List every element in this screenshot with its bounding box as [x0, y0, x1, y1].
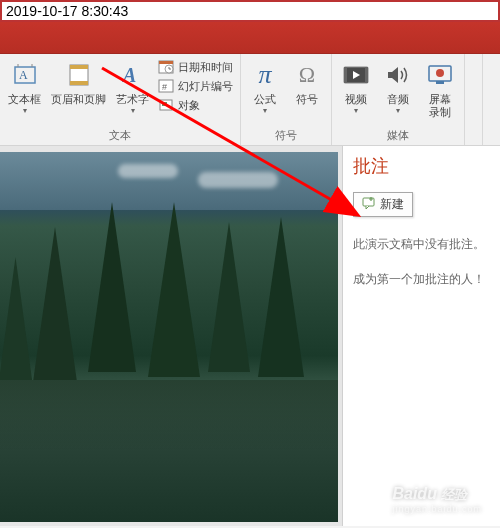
new-comment-button[interactable]: 新建	[353, 192, 413, 217]
object-label: 对象	[178, 98, 200, 113]
content-row: 批注 新建 此演示文稿中没有批注。 成为第一个加批注的人！	[0, 146, 500, 526]
timestamp-bar: 2019-10-17 8:30:43	[0, 0, 500, 22]
ribbon-group-symbols: π 公式 ▾ Ω 符号 符号	[241, 54, 332, 145]
header-footer-label: 页眉和页脚	[51, 93, 106, 106]
ribbon-group-media: 视频 ▾ 音频 ▾ 屏幕 录制 媒体	[332, 54, 465, 145]
svg-rect-15	[344, 67, 347, 83]
wordart-button[interactable]: A 艺术字 ▾	[112, 56, 153, 118]
comments-empty-line2: 成为第一个加批注的人！	[353, 270, 490, 289]
comments-empty-line1: 此演示文稿中没有批注。	[353, 235, 490, 254]
svg-rect-3	[70, 65, 88, 69]
slide-canvas-area[interactable]	[0, 146, 342, 526]
comments-pane-title: 批注	[353, 154, 490, 178]
object-button[interactable]: 对象	[155, 96, 236, 114]
wordart-label: 艺术字	[116, 93, 149, 106]
text-small-stack: 日期和时间 # 幻灯片编号 对象	[155, 56, 236, 114]
svg-text:A: A	[121, 64, 136, 86]
screen-recording-label: 屏幕 录制	[429, 93, 451, 119]
comments-pane: 批注 新建 此演示文稿中没有批注。 成为第一个加批注的人！	[342, 146, 500, 526]
ribbon-group-overflow	[465, 54, 483, 145]
slide-number-label: 幻灯片编号	[178, 79, 233, 94]
symbol-button[interactable]: Ω 符号	[287, 56, 327, 109]
textbox-button[interactable]: A 文本框 ▾	[4, 56, 45, 118]
header-footer-button[interactable]: 页眉和页脚	[47, 56, 110, 109]
svg-rect-19	[436, 81, 444, 84]
new-comment-label: 新建	[380, 196, 404, 213]
wordart-icon: A	[117, 59, 149, 91]
symbol-label: 符号	[296, 93, 318, 106]
watermark-sub: jingyan.baidu.com	[392, 504, 482, 514]
svg-text:#: #	[162, 82, 167, 92]
timestamp-text: 2019-10-17 8:30:43	[6, 3, 128, 19]
dropdown-caret-icon: ▾	[354, 106, 358, 115]
equation-label: 公式	[254, 93, 276, 106]
video-button[interactable]: 视频 ▾	[336, 56, 376, 118]
svg-rect-4	[70, 81, 88, 85]
equation-button[interactable]: π 公式 ▾	[245, 56, 285, 118]
header-footer-icon	[63, 59, 95, 91]
symbol-icon: Ω	[291, 59, 323, 91]
slide-image	[0, 152, 338, 522]
equation-icon: π	[249, 59, 281, 91]
group-label-symbols: 符号	[245, 126, 327, 145]
audio-icon	[382, 59, 414, 91]
textbox-label: 文本框	[8, 93, 41, 106]
dropdown-caret-icon: ▾	[263, 106, 267, 115]
group-label-text: 文本	[4, 126, 236, 145]
svg-rect-16	[365, 67, 368, 83]
audio-label: 音频	[387, 93, 409, 106]
svg-rect-12	[162, 102, 167, 106]
datetime-icon	[158, 59, 174, 75]
dropdown-caret-icon: ▾	[23, 106, 27, 115]
textbox-icon: A	[9, 59, 41, 91]
group-label-media: 媒体	[336, 126, 460, 145]
svg-point-20	[436, 69, 444, 77]
dropdown-caret-icon: ▾	[396, 106, 400, 115]
watermark-brand: Baidu	[392, 485, 436, 502]
ribbon-group-text: A 文本框 ▾ 页眉和页脚 A 艺术字 ▾	[0, 54, 241, 145]
new-comment-icon	[362, 196, 376, 213]
watermark: Baidu 经验 jingyan.baidu.com	[392, 485, 482, 514]
dropdown-caret-icon: ▾	[131, 106, 135, 115]
svg-text:A: A	[19, 68, 28, 82]
svg-rect-7	[159, 61, 173, 64]
ribbon-title-area	[0, 22, 500, 54]
video-icon	[340, 59, 372, 91]
object-icon	[158, 97, 174, 113]
video-label: 视频	[345, 93, 367, 106]
datetime-button[interactable]: 日期和时间	[155, 58, 236, 76]
screen-recording-button[interactable]: 屏幕 录制	[420, 56, 460, 122]
audio-button[interactable]: 音频 ▾	[378, 56, 418, 118]
slide-number-button[interactable]: # 幻灯片编号	[155, 77, 236, 95]
datetime-label: 日期和时间	[178, 60, 233, 75]
slide-number-icon: #	[158, 78, 174, 94]
ribbon: A 文本框 ▾ 页眉和页脚 A 艺术字 ▾	[0, 54, 500, 146]
screen-recording-icon	[424, 59, 456, 91]
